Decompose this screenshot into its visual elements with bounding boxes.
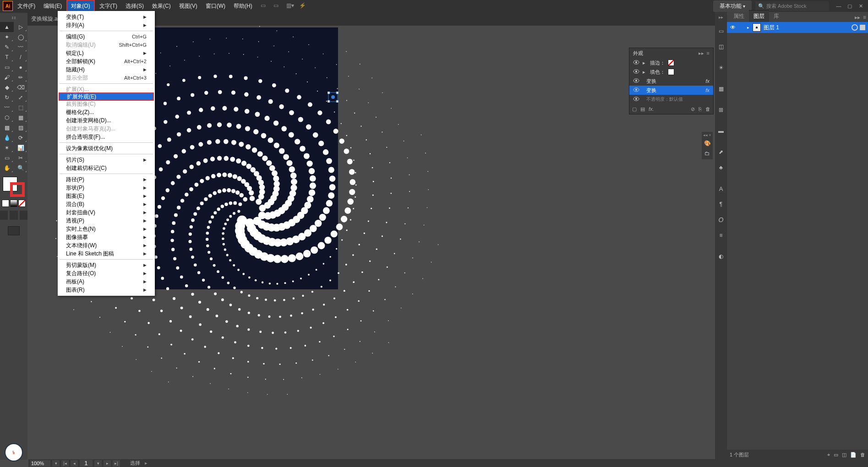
tool-selection[interactable]: ▲ [0, 22, 14, 32]
strip-close[interactable]: × [709, 133, 711, 137]
menu-item[interactable]: 图表(R)▶ [58, 286, 155, 294]
layer-row[interactable]: 👁 ▸ 图层 1 [727, 22, 868, 33]
asset-export-icon[interactable]: ◫ [715, 41, 726, 52]
new-layer-icon[interactable]: 📄 [850, 452, 857, 458]
tool-perspective[interactable]: ▦ [14, 113, 27, 123]
menu-item[interactable]: 路径(P)▶ [58, 175, 155, 184]
library-icon[interactable]: 🗀 [702, 148, 712, 158]
menu-item[interactable]: Line 和 Sketch 图稿▶ [58, 250, 155, 258]
stroke-swatch[interactable] [10, 182, 25, 197]
stock-icon[interactable]: ▭ [273, 2, 281, 10]
tool-rectangle[interactable]: ▭ [0, 62, 14, 72]
selection-indicator[interactable] [860, 25, 865, 30]
swatch[interactable] [668, 60, 674, 66]
tool-blend[interactable]: ⟳ [14, 133, 27, 143]
locate-icon[interactable]: ⌖ [827, 452, 830, 458]
visibility-icon[interactable] [633, 87, 640, 93]
target-icon[interactable] [852, 24, 858, 31]
visibility-icon[interactable] [633, 78, 640, 84]
opentype-icon[interactable]: O [715, 214, 726, 225]
menu-item[interactable]: 画板(A)▶ [58, 277, 155, 286]
strip-header[interactable]: ▸▸ [719, 13, 723, 21]
menu-item[interactable]: 扩展外观(E) [59, 92, 154, 101]
menu-item[interactable]: 排列(A)▶ [58, 21, 155, 29]
tool-gradient[interactable]: ▨ [14, 123, 27, 133]
menu-item[interactable]: 图案(E)▶ [58, 192, 155, 200]
duplicate-icon[interactable]: ⎘ [699, 106, 702, 112]
fx-indicator[interactable]: fx [705, 78, 710, 84]
menu-item[interactable]: 创建裁切标记(C) [58, 164, 155, 172]
menu-item[interactable]: 设为像素级优化(M) [58, 144, 155, 152]
color-gradient[interactable] [10, 200, 17, 207]
tool-magic-wand[interactable]: ✦ [0, 32, 14, 42]
symbols-icon[interactable]: ⊞ [715, 104, 726, 115]
panel-menu-icon[interactable]: ≡ [707, 50, 710, 56]
draw-normal[interactable] [0, 211, 8, 220]
arrange-icon[interactable]: ▥▾ [286, 2, 294, 10]
delete-icon[interactable]: 🗑 [705, 106, 710, 112]
artboard-dropdown[interactable]: ▾ [94, 460, 102, 467]
screen-mode[interactable] [0, 226, 27, 235]
tool-shape-builder[interactable]: ⬡ [0, 113, 14, 123]
draw-inside[interactable] [20, 211, 27, 220]
swatches-icon[interactable]: ▦ [715, 83, 726, 94]
fill-stroke-swatch[interactable] [2, 177, 26, 197]
menu-item[interactable]: 实时上色(N)▶ [58, 225, 155, 233]
toolbox-grip[interactable] [7, 16, 20, 19]
menu-select[interactable]: 选择(S) [122, 0, 147, 12]
brushes-icon[interactable]: ☀ [715, 62, 726, 73]
adobe-stock-search[interactable]: 🔍搜索 Adobe Stock [755, 1, 829, 11]
last-artboard[interactable]: ▸| [113, 460, 120, 467]
tool-mesh[interactable]: ▩ [0, 123, 14, 133]
appearance-panel-header[interactable]: 外观 ▸▸≡ [629, 48, 713, 58]
workspace-switcher[interactable]: 基本功能 ▾ [713, 0, 752, 12]
gpu-icon[interactable]: ⚡ [299, 2, 306, 10]
menu-item[interactable]: 封套扭曲(V)▶ [58, 208, 155, 217]
tool-type[interactable]: T [0, 52, 14, 62]
menu-effect[interactable]: 效果(C) [148, 0, 175, 12]
tool-hand[interactable]: ✋ [0, 163, 14, 173]
maximize-button[interactable]: ▢ [845, 2, 854, 10]
tool-scale[interactable]: ⤢ [14, 92, 27, 103]
menu-item[interactable]: 复合路径(O)▶ [58, 269, 155, 277]
new-sublayer-icon[interactable]: ◫ [842, 452, 846, 458]
menu-item[interactable]: 透视(P)▶ [58, 217, 155, 225]
tool-column-graph[interactable]: 📊 [14, 143, 27, 153]
menu-item[interactable]: 形状(P)▶ [58, 184, 155, 192]
tool-symbol-sprayer[interactable]: ✶ [0, 143, 14, 153]
draw-behind[interactable] [10, 211, 17, 220]
tool-line[interactable]: / [14, 52, 27, 62]
character-icon[interactable]: A [715, 183, 726, 194]
tool-paintbrush[interactable]: 🖌 [0, 72, 14, 82]
next-artboard[interactable]: ▸ [104, 460, 111, 467]
menu-item[interactable]: 图像描摹▶ [58, 233, 155, 241]
menu-item[interactable]: 切片(S)▶ [58, 156, 155, 164]
new-appearance-icon[interactable]: ▢ [632, 106, 637, 112]
align-icon[interactable]: ♣ [715, 162, 726, 173]
tool-direct-selection[interactable]: ▷ [14, 22, 27, 32]
tab-properties[interactable]: 属性 [729, 11, 749, 22]
tool-eyedropper[interactable]: 💧 [0, 133, 14, 143]
visibility-icon[interactable] [633, 69, 640, 75]
color-panel-icon[interactable]: 🎨 [702, 138, 712, 148]
tool-width[interactable]: 〰 [0, 103, 14, 113]
selection-handle[interactable] [328, 92, 338, 103]
expand-arrow[interactable]: ▸ [747, 25, 753, 30]
color-guide-icon[interactable]: ◐ [715, 251, 726, 262]
stroke-icon[interactable]: ▬ [715, 125, 726, 136]
menu-item[interactable]: 文本绕排(W)▶ [58, 241, 155, 250]
appearance-row[interactable]: 变换fx [629, 76, 713, 86]
menu-item[interactable]: 锁定(L)▶ [58, 49, 155, 57]
visibility-icon[interactable] [633, 97, 640, 102]
add-stroke-icon[interactable]: ▤ [640, 106, 645, 112]
clip-icon[interactable]: ▭ [834, 452, 838, 458]
menu-item[interactable]: 创建渐变网格(D)... [58, 116, 155, 125]
appearance-row[interactable]: 不透明度：默认值 [629, 95, 713, 104]
tool-slice[interactable]: ✂ [14, 153, 27, 163]
menu-item[interactable]: 变换(T)▶ [58, 13, 155, 21]
delete-layer-icon[interactable]: 🗑 [860, 452, 865, 457]
transform-icon[interactable]: ⬈ [715, 147, 726, 157]
close-button[interactable]: ✕ [856, 2, 865, 10]
bridge-icon[interactable]: ▭ [261, 2, 268, 10]
tool-artboard[interactable]: ▭ [0, 153, 14, 163]
